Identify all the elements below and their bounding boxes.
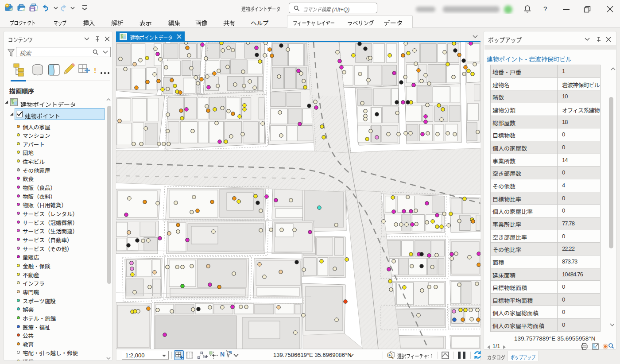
svg-text:!: !	[94, 67, 96, 74]
